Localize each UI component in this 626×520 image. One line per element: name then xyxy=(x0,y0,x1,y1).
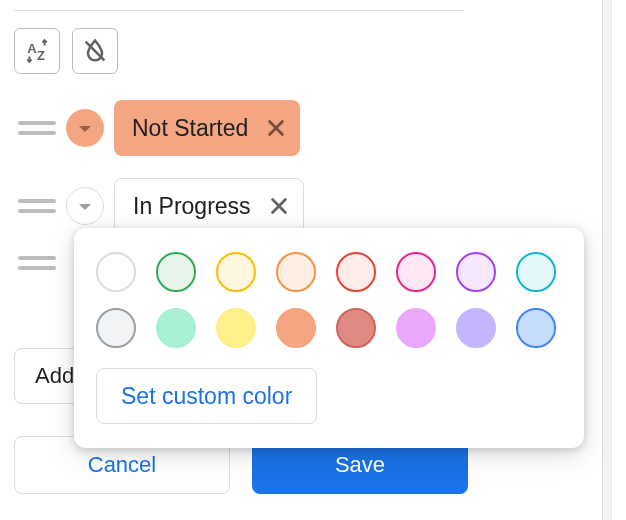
close-icon xyxy=(268,195,290,217)
save-label: Save xyxy=(335,452,385,478)
drag-handle[interactable] xyxy=(18,256,56,270)
option-color-toggle-1[interactable] xyxy=(66,109,104,147)
color-swatch[interactable] xyxy=(456,252,496,292)
swatch-row-1 xyxy=(96,252,562,292)
color-swatch[interactable] xyxy=(96,252,136,292)
remove-option-button[interactable] xyxy=(265,192,293,220)
color-swatch[interactable] xyxy=(156,252,196,292)
color-swatch[interactable] xyxy=(96,308,136,348)
sort-az-button[interactable]: A Z xyxy=(14,28,60,74)
page-edge-inner xyxy=(611,0,626,520)
divider xyxy=(14,10,464,11)
option-chip-1[interactable]: Not Started xyxy=(114,100,300,156)
color-swatch[interactable] xyxy=(156,308,196,348)
svg-text:A: A xyxy=(27,41,37,56)
page-edge xyxy=(602,0,626,520)
cancel-label: Cancel xyxy=(88,452,156,478)
sort-az-icon: A Z xyxy=(24,38,50,64)
option-color-toggle-2[interactable] xyxy=(66,187,104,225)
remove-option-button[interactable] xyxy=(262,114,290,142)
color-swatch[interactable] xyxy=(336,252,376,292)
color-swatch[interactable] xyxy=(216,252,256,292)
color-swatch[interactable] xyxy=(516,252,556,292)
svg-text:Z: Z xyxy=(37,48,45,63)
option-row-3 xyxy=(18,256,56,270)
color-swatch[interactable] xyxy=(276,308,316,348)
custom-color-label: Set custom color xyxy=(121,383,292,410)
caret-down-icon xyxy=(79,126,91,132)
caret-down-icon xyxy=(79,204,91,210)
color-swatch[interactable] xyxy=(276,252,316,292)
color-swatch[interactable] xyxy=(396,308,436,348)
option-chip-2[interactable]: In Progress xyxy=(114,178,304,234)
option-label: In Progress xyxy=(133,193,251,220)
color-swatch[interactable] xyxy=(396,252,436,292)
drag-handle[interactable] xyxy=(18,121,56,135)
option-label: Not Started xyxy=(132,115,248,142)
color-off-button[interactable] xyxy=(72,28,118,74)
set-custom-color-button[interactable]: Set custom color xyxy=(96,368,317,424)
drag-handle[interactable] xyxy=(18,199,56,213)
color-swatch[interactable] xyxy=(216,308,256,348)
droplet-off-icon xyxy=(81,37,109,65)
toolbar: A Z xyxy=(14,28,118,74)
color-swatch[interactable] xyxy=(516,308,556,348)
swatch-row-2 xyxy=(96,308,562,348)
option-row-1: Not Started xyxy=(18,100,300,156)
color-swatch[interactable] xyxy=(456,308,496,348)
close-icon xyxy=(265,117,287,139)
color-picker-popover: Set custom color xyxy=(74,228,584,448)
color-swatch[interactable] xyxy=(336,308,376,348)
option-row-2: In Progress xyxy=(18,178,304,234)
swatch-grid xyxy=(96,252,562,348)
